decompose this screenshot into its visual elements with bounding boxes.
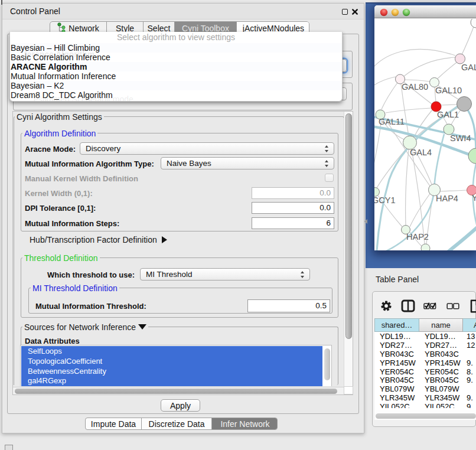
svg-text:GAL10: GAL10 (435, 86, 462, 95)
svg-text:GAL4: GAL4 (410, 148, 432, 157)
svg-text:SWI4: SWI4 (450, 133, 471, 143)
svg-text:GAL7: GAL7 (461, 63, 476, 72)
svg-text:GAL1: GAL1 (437, 110, 459, 119)
svg-text:Y: Y (472, 193, 476, 203)
svg-text:GAL80: GAL80 (402, 82, 428, 92)
svg-text:GAL11: GAL11 (379, 117, 405, 126)
svg-text:HAP4: HAP4 (436, 194, 458, 203)
svg-text:HAP2: HAP2 (406, 232, 429, 242)
svg-text:GCY1: GCY1 (374, 195, 396, 205)
